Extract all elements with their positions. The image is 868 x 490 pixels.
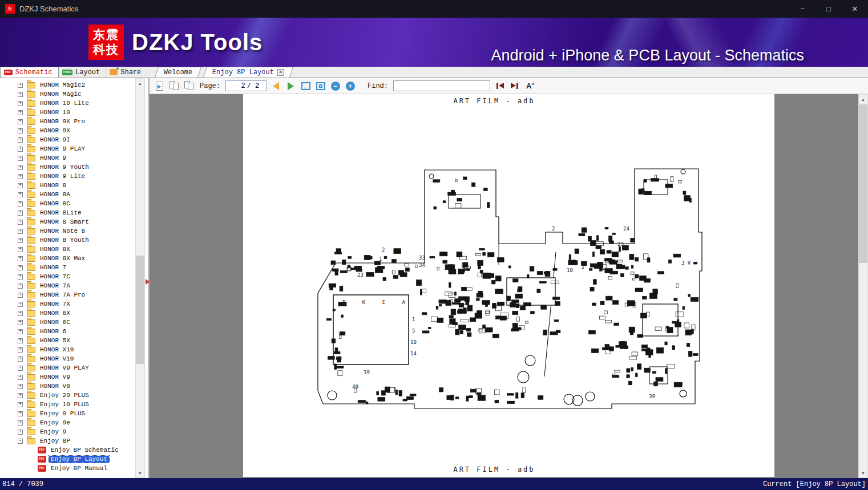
expand-toggle-icon[interactable]: + xyxy=(18,92,23,97)
expand-toggle-icon[interactable]: + xyxy=(18,347,23,353)
tree-item-honor-note-8[interactable]: +HONOR Note 8 xyxy=(0,226,135,236)
facing-pages-view-icon[interactable] xyxy=(169,80,180,92)
expand-toggle-icon[interactable]: + xyxy=(18,302,23,307)
tree-item-honor-9[interactable]: +HONOR 9 xyxy=(0,153,135,163)
previous-page-icon[interactable] xyxy=(271,80,281,92)
expand-toggle-icon[interactable]: + xyxy=(18,293,23,298)
scroll-down-icon[interactable] xyxy=(136,468,144,477)
expand-toggle-icon[interactable]: + xyxy=(18,284,23,289)
viewer-scrollbar-thumb[interactable] xyxy=(859,104,867,263)
tree-item-enjoy-8p-manual[interactable]: Enjoy 8P Manual xyxy=(0,464,135,473)
expand-toggle-icon[interactable]: + xyxy=(18,165,23,170)
tree-item-honor-7x[interactable]: +HONOR 7X xyxy=(0,299,135,309)
expand-toggle-icon[interactable]: + xyxy=(18,338,23,343)
expand-toggle-icon[interactable]: + xyxy=(18,201,23,206)
minimize-button[interactable]: − xyxy=(789,0,815,18)
tree-item-honor-9x[interactable]: +HONOR 9X xyxy=(0,126,135,135)
fit-width-icon[interactable] xyxy=(300,80,311,92)
tree-item-honor-8[interactable]: +HONOR 8 xyxy=(0,181,135,190)
expand-toggle-icon[interactable]: + xyxy=(18,229,23,234)
doc-tab-welcome[interactable]: Welcome xyxy=(155,67,202,78)
tree-item-honor-9x-pro[interactable]: +HONOR 9X Pro xyxy=(0,117,135,126)
tree-item-enjoy-10-plus[interactable]: +Enjoy 10 PLUS xyxy=(0,400,135,409)
expand-toggle-icon[interactable]: + xyxy=(18,384,23,389)
book-view-icon[interactable] xyxy=(184,80,195,92)
expand-toggle-icon[interactable]: + xyxy=(18,174,23,179)
ribbon-tab-share[interactable]: Share xyxy=(106,67,147,78)
tree-item-honor-7a[interactable]: +HONOR 7A xyxy=(0,281,135,290)
tree-item-honor-v9-play[interactable]: +HONOR V9 PLAY xyxy=(0,363,135,372)
expand-toggle-icon[interactable]: + xyxy=(18,274,23,280)
expand-toggle-icon[interactable]: + xyxy=(18,329,23,334)
expand-toggle-icon[interactable]: + xyxy=(18,83,23,88)
find-previous-icon[interactable] xyxy=(494,80,505,92)
tree-item-honor-8-smart[interactable]: +HONOR 8 Smart xyxy=(0,217,135,226)
maximize-button[interactable]: □ xyxy=(815,0,842,18)
tree-item-honor-8x-max[interactable]: +HONOR 8X Max xyxy=(0,254,135,263)
tree-item-honor-9-lite[interactable]: +HONOR 9 Lite xyxy=(0,172,135,181)
tree-item-honor-5x[interactable]: +HONOR 5X xyxy=(0,336,135,345)
tree-item-honor-7c[interactable]: +HONOR 7C xyxy=(0,272,135,281)
expand-toggle-icon[interactable]: + xyxy=(18,256,23,261)
tree-item-honor-6[interactable]: +HONOR 6 xyxy=(0,327,135,336)
expand-toggle-icon[interactable]: + xyxy=(18,119,23,124)
viewer-scrollbar[interactable] xyxy=(858,94,868,478)
tree-item-honor-8-youth[interactable]: +HONOR 8 Youth xyxy=(0,236,135,245)
expand-toggle-icon[interactable]: + xyxy=(18,220,23,225)
next-page-icon[interactable] xyxy=(285,80,296,92)
expand-toggle-icon[interactable]: + xyxy=(18,311,23,316)
expand-toggle-icon[interactable]: + xyxy=(18,210,23,216)
expand-toggle-icon[interactable]: + xyxy=(18,247,23,252)
expand-toggle-icon[interactable]: - xyxy=(18,439,23,444)
tree-scrollbar[interactable] xyxy=(135,78,145,478)
expand-toggle-icon[interactable]: + xyxy=(18,110,23,115)
tree-item-enjoy-8p[interactable]: -Enjoy 8P xyxy=(0,436,135,446)
find-input[interactable] xyxy=(393,80,490,91)
tree-item-honor-magic[interactable]: +HONOR Magic xyxy=(0,90,135,99)
tree-item-honor-8x[interactable]: +HONOR 8X xyxy=(0,245,135,254)
expand-toggle-icon[interactable]: + xyxy=(18,156,23,161)
tree-item-honor-x10[interactable]: +HONOR X10 xyxy=(0,345,135,354)
single-page-view-icon[interactable] xyxy=(154,80,165,92)
find-next-icon[interactable] xyxy=(509,80,520,92)
expand-toggle-icon[interactable]: + xyxy=(18,357,23,362)
text-size-icon[interactable] xyxy=(524,80,536,92)
tree-item-enjoy-9[interactable]: +Enjoy 9 xyxy=(0,427,135,436)
page-number-input[interactable] xyxy=(233,82,245,90)
fit-page-icon[interactable] xyxy=(315,80,326,92)
tree-scrollbar-thumb[interactable] xyxy=(136,256,144,364)
expand-toggle-icon[interactable]: + xyxy=(18,320,23,325)
close-icon[interactable] xyxy=(277,69,284,76)
tree-item-honor-10-lite[interactable]: +HONOR 10 Lite xyxy=(0,99,135,108)
scroll-up-icon[interactable] xyxy=(136,79,144,88)
expand-toggle-icon[interactable]: + xyxy=(18,402,23,407)
expand-toggle-icon[interactable]: + xyxy=(18,366,23,371)
scroll-down-icon[interactable] xyxy=(859,468,867,477)
expand-toggle-icon[interactable]: + xyxy=(18,411,23,416)
expand-toggle-icon[interactable]: + xyxy=(18,420,23,426)
expand-toggle-icon[interactable]: + xyxy=(18,183,23,188)
expand-toggle-icon[interactable]: + xyxy=(18,101,23,106)
tree-item-honor-8a[interactable]: +HONOR 8A xyxy=(0,190,135,199)
expand-toggle-icon[interactable]: + xyxy=(18,147,23,152)
tree-item-enjoy-9e[interactable]: +Enjoy 9e xyxy=(0,418,135,427)
expand-toggle-icon[interactable]: + xyxy=(18,192,23,197)
tree-item-honor-v9[interactable]: +HONOR V9 xyxy=(0,372,135,382)
close-button[interactable]: ✕ xyxy=(842,0,868,18)
expand-toggle-icon[interactable]: + xyxy=(18,238,23,243)
tree-item-honor-9i[interactable]: +HONOR 9I xyxy=(0,135,135,144)
expand-toggle-icon[interactable]: + xyxy=(18,430,23,435)
tree-item-honor-7[interactable]: +HONOR 7 xyxy=(0,263,135,272)
tree-item-honor-6c[interactable]: +HONOR 6C xyxy=(0,318,135,327)
zoom-out-icon[interactable] xyxy=(330,80,341,92)
scroll-up-icon[interactable] xyxy=(859,95,867,104)
tree-item-enjoy-20-plus[interactable]: +Enjoy 20 PLUS xyxy=(0,391,135,400)
ribbon-tab-layout[interactable]: Layout xyxy=(59,67,107,78)
expand-toggle-icon[interactable]: + xyxy=(18,393,23,398)
tree-item-honor-6x[interactable]: +HONOR 6X xyxy=(0,309,135,318)
tree-item-honor-9-youth[interactable]: +HONOR 9 Youth xyxy=(0,163,135,172)
expand-toggle-icon[interactable]: + xyxy=(18,137,23,143)
expand-toggle-icon[interactable]: + xyxy=(18,375,23,380)
tree-item-honor-magic2[interactable]: +HONOR Magic2 xyxy=(0,80,135,90)
tree-item-honor-9-play[interactable]: +HONOR 9 PLAY xyxy=(0,144,135,153)
